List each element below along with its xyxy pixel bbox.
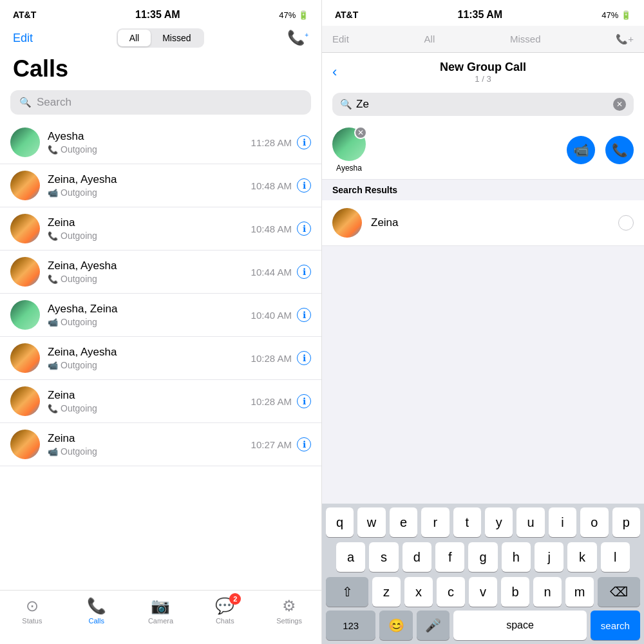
- clear-search-button[interactable]: ✕: [613, 98, 626, 111]
- info-button[interactable]: ℹ: [297, 351, 311, 365]
- info-button[interactable]: ℹ: [297, 308, 311, 322]
- tab-bar: ⊙ Status 📞 Calls 📷 Camera 💬 2 Chats ⚙ Se…: [0, 590, 321, 644]
- keyboard-row-4: 123 😊 🎤 space search: [322, 608, 644, 644]
- back-button[interactable]: ‹: [332, 64, 337, 80]
- segment-missed[interactable]: Missed: [151, 30, 202, 46]
- key-i[interactable]: i: [549, 507, 576, 537]
- tab-settings[interactable]: ⚙ Settings: [257, 597, 321, 625]
- key-e[interactable]: e: [390, 507, 417, 537]
- key-r[interactable]: r: [421, 507, 449, 537]
- call-name: Zeina, Ayesha: [48, 260, 243, 272]
- chats-badge: 2: [229, 593, 241, 605]
- key-w[interactable]: w: [357, 507, 385, 537]
- call-time: 10:44 AM: [251, 267, 292, 278]
- battery-left: 47% 🔋: [279, 10, 308, 20]
- action-icons: 📹 📞: [567, 136, 634, 164]
- call-name: Zeina, Ayesha: [48, 173, 243, 186]
- phone-icon: 📞: [48, 274, 58, 284]
- mic-key[interactable]: 🎤: [417, 611, 450, 640]
- key-k[interactable]: k: [567, 542, 596, 572]
- emoji-key[interactable]: 😊: [379, 611, 413, 640]
- modal-search-row: 🔍 Ze ✕: [322, 88, 644, 121]
- segment-all[interactable]: All: [118, 30, 151, 46]
- remove-contact-button[interactable]: ✕: [354, 126, 367, 139]
- key-y[interactable]: y: [485, 507, 513, 537]
- key-g[interactable]: g: [468, 542, 497, 572]
- search-icon: 🔍: [19, 97, 32, 108]
- info-button[interactable]: ℹ: [297, 222, 311, 236]
- battery-right: 47% 🔋: [601, 10, 631, 20]
- selected-contact-name: Ayesha: [336, 164, 362, 173]
- tab-calls[interactable]: 📞 Calls: [64, 597, 129, 625]
- calls-screen: AT&T 11:35 AM 47% 🔋 Edit All Missed 📞+ C…: [0, 0, 322, 644]
- search-result-item[interactable]: Zeina: [322, 200, 644, 246]
- call-type: 📹 Outgoing: [48, 317, 243, 327]
- space-key[interactable]: space: [453, 611, 586, 640]
- key-s[interactable]: s: [369, 542, 398, 572]
- modal-nav: ‹ New Group Call 1 / 3: [322, 53, 644, 88]
- key-h[interactable]: h: [502, 542, 531, 572]
- blur-newcall: 📞+: [616, 33, 634, 45]
- modal-title: New Group Call: [440, 61, 526, 74]
- modal-search-input[interactable]: 🔍 Ze ✕: [332, 93, 634, 116]
- tab-camera[interactable]: 📷 Camera: [129, 597, 193, 625]
- tab-status[interactable]: ⊙ Status: [0, 597, 64, 625]
- search-key[interactable]: search: [591, 611, 640, 640]
- info-button[interactable]: ℹ: [297, 178, 311, 193]
- edit-button[interactable]: Edit: [13, 32, 33, 45]
- video-call-button[interactable]: 📹: [567, 136, 595, 164]
- status-bar-left: AT&T 11:35 AM 47% 🔋: [0, 0, 321, 26]
- call-meta: 10:40 AM ℹ: [251, 308, 311, 322]
- avatar: [10, 300, 40, 330]
- call-name: Zeina: [48, 216, 243, 229]
- key-n[interactable]: n: [533, 577, 562, 607]
- avatar: [10, 343, 40, 373]
- avatar: [10, 257, 40, 287]
- tab-chats[interactable]: 💬 2 Chats: [193, 597, 257, 625]
- key-j[interactable]: j: [535, 542, 564, 572]
- info-button[interactable]: ℹ: [297, 135, 311, 149]
- key-d[interactable]: d: [402, 542, 431, 572]
- shift-key[interactable]: ⇧: [326, 577, 368, 607]
- key-a[interactable]: a: [336, 542, 365, 572]
- call-item: Zeina 📹 Outgoing 10:27 AM ℹ: [0, 423, 321, 466]
- search-icon-modal: 🔍: [340, 99, 352, 110]
- key-u[interactable]: u: [516, 507, 544, 537]
- key-z[interactable]: z: [372, 577, 401, 607]
- key-q[interactable]: q: [326, 507, 354, 537]
- key-l[interactable]: l: [601, 542, 630, 572]
- key-v[interactable]: v: [469, 577, 497, 607]
- phone-icon: 📞: [48, 145, 58, 155]
- call-meta: 10:48 AM ℹ: [251, 178, 311, 193]
- key-m[interactable]: m: [565, 577, 594, 607]
- key-o[interactable]: o: [580, 507, 608, 537]
- numbers-key[interactable]: 123: [326, 611, 375, 640]
- audio-call-button[interactable]: 📞: [605, 136, 634, 164]
- call-info: Zeina, Ayesha 📹 Outgoing: [48, 173, 243, 198]
- calls-header: Edit All Missed 📞+: [0, 26, 321, 53]
- call-info: Zeina 📹 Outgoing: [48, 432, 243, 457]
- video-icon: 📹: [48, 188, 58, 198]
- new-call-button[interactable]: 📞+: [287, 30, 308, 46]
- select-contact-radio[interactable]: [618, 215, 634, 231]
- key-x[interactable]: x: [404, 577, 433, 607]
- video-call-icon: 📹: [573, 142, 589, 158]
- key-p[interactable]: p: [612, 507, 640, 537]
- delete-key[interactable]: ⌫: [598, 577, 640, 607]
- call-info: Zeina, Ayesha 📞 Outgoing: [48, 260, 243, 284]
- avatar: [10, 214, 40, 243]
- new-group-modal: ‹ New Group Call 1 / 3 🔍 Ze ✕ ✕ Ayesha: [322, 53, 644, 246]
- info-button[interactable]: ℹ: [297, 265, 311, 279]
- key-b[interactable]: b: [501, 577, 529, 607]
- calls-list: Ayesha 📞 Outgoing 11:28 AM ℹ Zeina, Ayes…: [0, 121, 321, 590]
- tab-camera-label: Camera: [148, 617, 173, 625]
- search-bar[interactable]: 🔍 Search: [10, 90, 311, 115]
- key-f[interactable]: f: [435, 542, 464, 572]
- segment-control: All Missed: [117, 28, 204, 48]
- key-c[interactable]: c: [437, 577, 465, 607]
- info-button[interactable]: ℹ: [297, 437, 311, 451]
- call-item: Zeina, Ayesha 📞 Outgoing 10:44 AM ℹ: [0, 251, 321, 294]
- phone-icon: 📞: [48, 404, 58, 413]
- key-t[interactable]: t: [453, 507, 481, 537]
- info-button[interactable]: ℹ: [297, 394, 311, 408]
